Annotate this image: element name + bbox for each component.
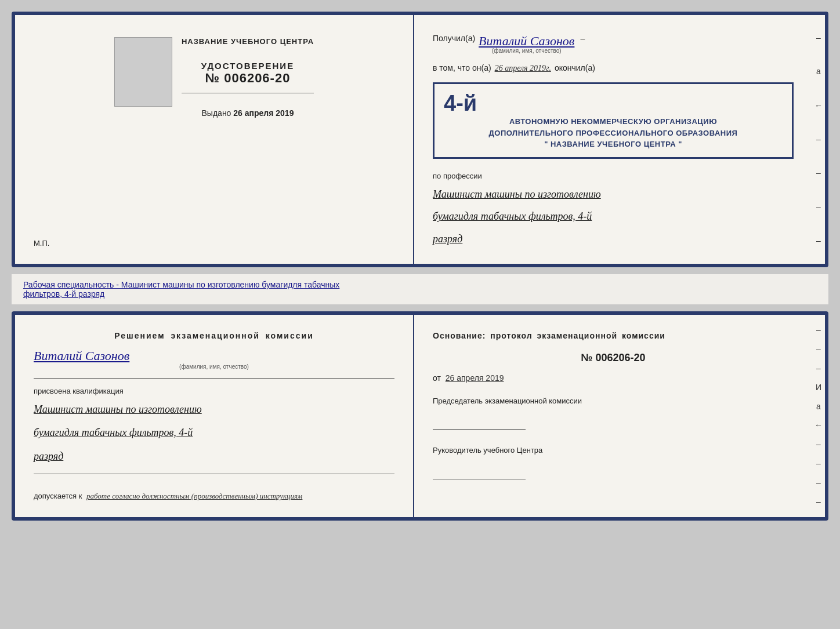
between-docs: Рабочая специальность - Машинист машины … — [12, 274, 828, 304]
qual-line2: бумагидля табачных фильтров, 4-й — [34, 423, 394, 442]
between-underlined: фильтров, 4-й разряд — [23, 289, 104, 299]
allowed-cursive: работе согласно должностным (производств… — [86, 492, 302, 500]
chairman-signature-line — [433, 416, 526, 430]
recipient-block: Виталий Сазонов (фамилия, имя, отчество) — [479, 34, 574, 54]
between-prefix: Рабочая специальность - Машинист машины … — [23, 280, 339, 289]
bottom-person-block: Виталий Сазонов (фамилия, имя, отчество) — [34, 348, 394, 370]
school-name-label: НАЗВАНИЕ УЧЕБНОГО ЦЕНТРА — [182, 37, 314, 46]
issued-label: Выдано — [202, 108, 231, 118]
top-doc-right: Получил(а) Виталий Сазонов (фамилия, имя… — [414, 15, 812, 264]
top-left-content: НАЗВАНИЕ УЧЕБНОГО ЦЕНТРА УДОСТОВЕРЕНИЕ №… — [114, 31, 314, 118]
director-signature-line — [433, 466, 526, 479]
director-label: Руководитель учебного Центра — [433, 445, 794, 456]
date-value: 26 апреля 2019 — [446, 373, 504, 383]
stamp-text3: " НАЗВАНИЕ УЧЕБНОГО ЦЕНТРА " — [444, 139, 783, 150]
allowed-label: допускается к — [34, 492, 82, 500]
qual-line3: разряд — [34, 447, 394, 466]
vtom-date: 26 апреля 2019г. — [495, 64, 551, 73]
profession-line3: разряд — [433, 231, 794, 248]
bottom-doc-right: Основание: протокол экзаменационной коми… — [414, 315, 812, 517]
bottom-doc-left: Решением экзаменационной комиссии Витали… — [15, 315, 414, 517]
bottom-person-sub: (фамилия, имя, отчество) — [34, 363, 394, 370]
assigned-label: присвоена квалификация — [34, 387, 394, 395]
top-document: НАЗВАНИЕ УЧЕБНОГО ЦЕНТРА УДОСТОВЕРЕНИЕ №… — [12, 12, 828, 267]
cert-number: № 006206-20 — [201, 71, 294, 86]
profession-label: по профессии — [433, 172, 794, 180]
stamp-text1: АВТОНОМНУЮ НЕКОММЕРЧЕСКУЮ ОРГАНИЗАЦИЮ — [444, 116, 783, 128]
profession-line2: бумагидля табачных фильтров, 4-й — [433, 208, 794, 225]
qual-hr — [34, 474, 394, 474]
recipient-subtext: (фамилия, имя, отчество) — [479, 48, 574, 54]
date-label: от — [433, 373, 441, 383]
basis-label: Основание: протокол экзаменационной коми… — [433, 331, 794, 340]
mp-label: М.П. — [34, 239, 49, 248]
recipient-line: Получил(а) Виталий Сазонов (фамилия, имя… — [433, 34, 794, 54]
protocol-date: от 26 апреля 2019 — [433, 373, 794, 383]
cert-label: УДОСТОВЕРЕНИЕ — [201, 61, 294, 71]
resolution-title: Решением экзаменационной комиссии — [34, 331, 394, 340]
left-text-col: НАЗВАНИЕ УЧЕБНОГО ЦЕНТРА УДОСТОВЕРЕНИЕ №… — [182, 31, 314, 118]
issued-date: 26 апреля 2019 — [233, 108, 294, 118]
cert-block: УДОСТОВЕРЕНИЕ № 006206-20 — [201, 61, 294, 86]
vtom-label: в том, что он(а) — [433, 63, 491, 72]
finished-label: окончил(а) — [555, 63, 595, 72]
dash1: – — [580, 34, 585, 43]
bottom-document: Решением экзаменационной комиссии Витали… — [12, 311, 828, 521]
recipient-name: Виталий Сазонов — [479, 34, 574, 48]
person-hr — [34, 378, 394, 379]
bottom-doc-edge-dashes: – – – И а ← – – – – — [812, 315, 825, 517]
issued-line: Выдано 26 апреля 2019 — [202, 108, 294, 118]
stamp-text2: ДОПОЛНИТЕЛЬНОГО ПРОФЕССИОНАЛЬНОГО ОБРАЗО… — [444, 128, 783, 139]
cert-divider — [182, 93, 314, 93]
allowed-line: допускается к работе согласно должностны… — [34, 492, 394, 501]
protocol-number: № 006206-20 — [433, 352, 794, 364]
top-doc-left: НАЗВАНИЕ УЧЕБНОГО ЦЕНТРА УДОСТОВЕРЕНИЕ №… — [15, 15, 414, 264]
stamp-block: 4-й АВТОНОМНУЮ НЕКОММЕРЧЕСКУЮ ОРГАНИЗАЦИ… — [433, 82, 794, 159]
stamp-number: 4-й — [444, 91, 783, 116]
photo-placeholder — [114, 37, 172, 107]
chairman-label: Председатель экзаменационной комиссии — [433, 395, 794, 407]
top-doc-edge-dashes: – а ← – – – – — [812, 15, 825, 264]
qual-line1: Машинист машины по изготовлению — [34, 400, 394, 419]
vtom-line: в том, что он(а) 26 апреля 2019г. окончи… — [433, 63, 794, 73]
received-label: Получил(а) — [433, 34, 475, 43]
profession-line1: Машинист машины по изготовлению — [433, 186, 794, 203]
bottom-person-name: Виталий Сазонов — [34, 348, 129, 363]
